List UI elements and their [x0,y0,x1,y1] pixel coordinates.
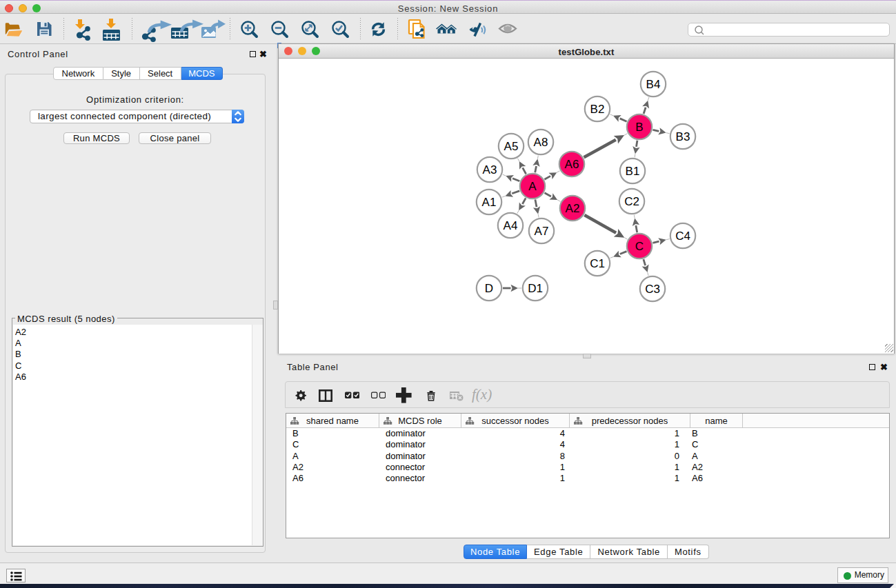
svg-text:B: B [635,121,643,134]
svg-text:C4: C4 [675,230,690,243]
svg-text:B2: B2 [590,103,605,116]
svg-text:A5: A5 [504,140,519,153]
svg-text:A2: A2 [566,202,580,215]
svg-text:A: A [528,180,537,193]
svg-text:A3: A3 [483,163,497,176]
svg-text:D: D [485,282,493,295]
svg-text:C: C [635,240,644,253]
svg-text:A6: A6 [565,158,579,171]
svg-text:B1: B1 [626,165,640,178]
svg-text:C3: C3 [645,283,660,296]
svg-text:C1: C1 [590,257,605,270]
svg-text:A7: A7 [535,225,549,238]
svg-text:A4: A4 [504,219,518,232]
svg-text:A1: A1 [482,196,497,209]
svg-text:B3: B3 [676,130,690,143]
svg-text:C2: C2 [624,195,639,208]
svg-text:A8: A8 [534,136,548,149]
svg-text:B4: B4 [646,78,661,91]
svg-text:D1: D1 [528,282,543,295]
